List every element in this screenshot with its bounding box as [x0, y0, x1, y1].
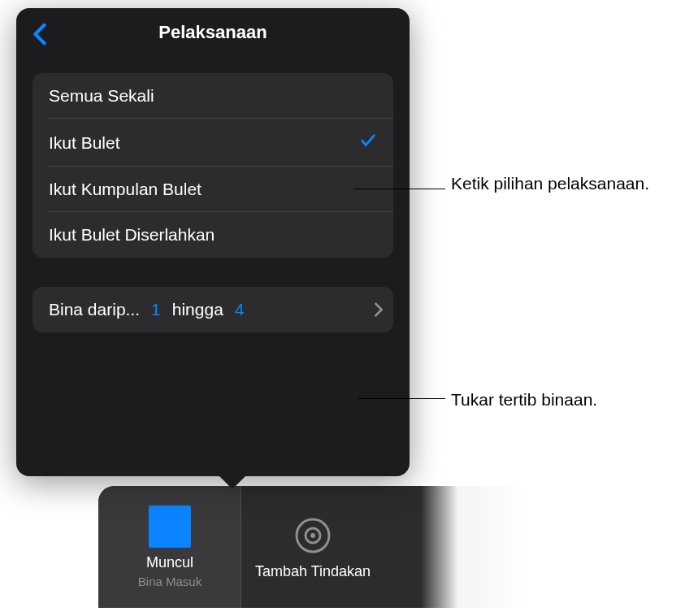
- build-from-row[interactable]: Bina darip... 1 hingga 4: [33, 287, 393, 332]
- delivery-options-list: Semua Sekali Ikut Bulet Ikut Kumpulan Bu…: [33, 73, 393, 258]
- effect-add-action-label: Tambah Tindakan: [255, 563, 371, 580]
- popover-body: Semua Sekali Ikut Bulet Ikut Kumpulan Bu…: [16, 57, 410, 349]
- effect-preview-square: [149, 505, 191, 548]
- annotation-build-order: Tukar tertib binaan.: [451, 388, 597, 411]
- build-from-label: Bina darip...: [49, 300, 140, 319]
- annotation-delivery-option: Ketik pilihan pelaksanaan.: [451, 172, 649, 195]
- build-to-value: 4: [223, 300, 256, 319]
- effect-item-appear[interactable]: Muncul Bina Masuk: [98, 486, 241, 608]
- delivery-option-by-bullet-group[interactable]: Ikut Kumpulan Bulet: [33, 167, 393, 212]
- option-label: Ikut Kumpulan Bulet: [49, 180, 202, 199]
- option-label: Ikut Bulet: [49, 133, 120, 153]
- back-button[interactable]: [33, 23, 47, 49]
- delivery-option-by-highlighted-bullet[interactable]: Ikut Bulet Diserlahkan: [33, 212, 393, 258]
- build-to-word: hingga: [172, 300, 223, 319]
- effect-item-add-action[interactable]: Tambah Tindakan: [241, 486, 384, 608]
- build-from-value: 1: [140, 300, 172, 319]
- add-action-icon: [292, 514, 334, 557]
- blue-square-icon: [149, 505, 191, 548]
- effect-subtitle: Bina Masuk: [138, 575, 202, 588]
- popover-title: Pelaksanaan: [158, 22, 267, 43]
- chevron-left-icon: [33, 23, 47, 49]
- effects-bar: Muncul Bina Masuk Tambah Tindakan: [98, 486, 547, 608]
- chevron-right-icon: [374, 302, 384, 317]
- popover-header: Pelaksanaan: [16, 8, 410, 57]
- delivery-popover: Pelaksanaan Semua Sekali Ikut Bulet Ikut…: [16, 8, 410, 476]
- svg-point-2: [310, 533, 315, 538]
- option-label: Semua Sekali: [49, 86, 154, 106]
- option-label: Ikut Bulet Diserlahkan: [49, 225, 215, 245]
- delivery-option-all-at-once[interactable]: Semua Sekali: [33, 73, 393, 119]
- delivery-option-by-bullet[interactable]: Ikut Bulet: [33, 119, 393, 167]
- popover-tail: [218, 475, 247, 489]
- effect-title: Muncul: [146, 554, 193, 571]
- checkmark-icon: [359, 132, 377, 154]
